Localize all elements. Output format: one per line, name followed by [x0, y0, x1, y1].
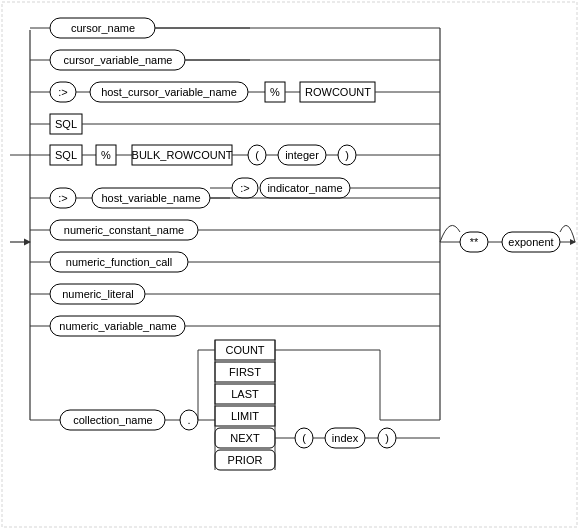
- host-cursor-variable-name-label: host_cursor_variable_name: [101, 86, 237, 98]
- integer-label: integer: [285, 149, 319, 161]
- prior-node: PRIOR: [215, 450, 275, 470]
- numeric-literal-node: numeric_literal: [50, 284, 145, 304]
- numeric-literal-label: numeric_literal: [62, 288, 134, 300]
- last-node: LAST: [215, 384, 275, 404]
- indicator-name-node: indicator_name: [260, 178, 350, 198]
- first-label: FIRST: [229, 366, 261, 378]
- bulk-rowcount-node: BULK_ROWCOUNT: [132, 145, 233, 165]
- colon-gt3-label: :>: [240, 182, 249, 194]
- limit-node: LIMIT: [215, 406, 275, 426]
- exponent-node: exponent: [502, 232, 560, 252]
- dot-label: .: [187, 414, 190, 426]
- cursor-name-node: cursor_name: [50, 18, 155, 38]
- numeric-function-call-node: numeric_function_call: [50, 252, 188, 272]
- numeric-constant-name-label: numeric_constant_name: [64, 224, 184, 236]
- colon-gt2-label: :>: [58, 192, 67, 204]
- exponent-label: exponent: [508, 236, 553, 248]
- first-node: FIRST: [215, 362, 275, 382]
- rparen1-node: ): [338, 145, 356, 165]
- collection-name-label: collection_name: [73, 414, 153, 426]
- host-variable-name-node: host_variable_name: [92, 188, 210, 208]
- limit-label: LIMIT: [231, 410, 259, 422]
- prior-label: PRIOR: [228, 454, 263, 466]
- dot-node: .: [180, 410, 198, 430]
- host-variable-name-label: host_variable_name: [101, 192, 200, 204]
- colon-gt-node: :>: [50, 82, 76, 102]
- bulk-rowcount-label: BULK_ROWCOUNT: [132, 149, 233, 161]
- lparen2-node: (: [295, 428, 313, 448]
- sql-top-node: SQL: [50, 114, 82, 134]
- index-node: index: [325, 428, 365, 448]
- count-node: COUNT: [215, 340, 275, 360]
- colon-gt2-node: :>: [50, 188, 76, 208]
- lparen1-node: (: [248, 145, 266, 165]
- sql-top-label: SQL: [55, 118, 77, 130]
- cursor-name-label: cursor_name: [71, 22, 135, 34]
- rowcount-label: ROWCOUNT: [305, 86, 371, 98]
- rowcount-node: ROWCOUNT: [300, 82, 375, 102]
- integer-node: integer: [278, 145, 326, 165]
- last-label: LAST: [231, 388, 259, 400]
- host-cursor-variable-name-node: host_cursor_variable_name: [90, 82, 248, 102]
- percent-node-top: %: [265, 82, 285, 102]
- sql-bottom-node: SQL: [50, 145, 82, 165]
- next-label: NEXT: [230, 432, 260, 444]
- percent-label-top: %: [270, 86, 280, 98]
- lparen1-label: (: [255, 149, 259, 161]
- percent-node-bottom: %: [96, 145, 116, 165]
- colon-gt3-node: :>: [232, 178, 258, 198]
- syntax-diagram: cursor_name cursor_variable_name :> host…: [0, 0, 579, 529]
- index-label: index: [332, 432, 359, 444]
- rparen2-node: ): [378, 428, 396, 448]
- next-node: NEXT: [215, 428, 275, 448]
- cursor-variable-name-node: cursor_variable_name: [50, 50, 185, 70]
- numeric-variable-name-node: numeric_variable_name: [50, 316, 185, 336]
- double-star-node: **: [460, 232, 488, 252]
- indicator-name-label: indicator_name: [267, 182, 342, 194]
- numeric-function-call-label: numeric_function_call: [66, 256, 172, 268]
- cursor-variable-name-label: cursor_variable_name: [64, 54, 173, 66]
- rparen2-label: ): [385, 432, 389, 444]
- percent-label-bottom: %: [101, 149, 111, 161]
- colon-gt-label: :>: [58, 86, 67, 98]
- count-label: COUNT: [225, 344, 264, 356]
- rparen1-label: ): [345, 149, 349, 161]
- numeric-constant-name-node: numeric_constant_name: [50, 220, 198, 240]
- sql-bottom-label: SQL: [55, 149, 77, 161]
- lparen2-label: (: [302, 432, 306, 444]
- double-star-label: **: [470, 236, 479, 248]
- collection-name-node: collection_name: [60, 410, 165, 430]
- numeric-variable-name-label: numeric_variable_name: [59, 320, 176, 332]
